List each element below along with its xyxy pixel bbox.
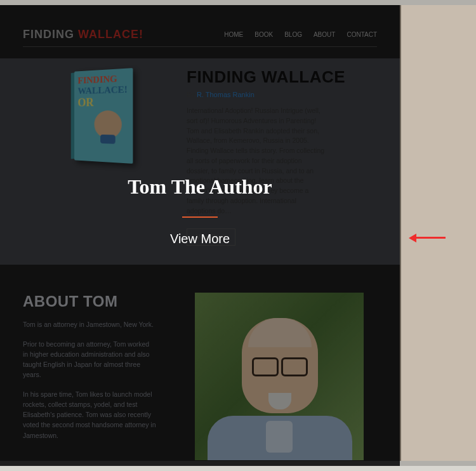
hero-title: FINDING WALLACE (187, 67, 377, 87)
bottom-strip (0, 466, 476, 471)
nav-book[interactable]: BOOK (255, 31, 273, 38)
book-cover: FINDING WALLACE! OR (74, 68, 133, 164)
view-book-button[interactable]: View Book (187, 229, 235, 246)
hero-section: FINDING WALLACE! OR FINDING WALLACE By R… (0, 58, 400, 265)
logo-part1: FINDING (23, 28, 74, 41)
logo-part2: WALLACE! (78, 28, 143, 41)
about-p3: In his spare time, Tom likes to launch m… (23, 389, 156, 441)
nav-about[interactable]: ABOUT (314, 31, 335, 38)
by-prefix: By (187, 91, 197, 98)
about-p1: Tom is an attorney in Jamestown, New Yor… (23, 319, 156, 329)
site-logo[interactable]: FINDING WALLACE! (23, 28, 143, 41)
nav-contact[interactable]: CONTACT (347, 31, 377, 38)
book-cover-line2: WALLACE! (77, 84, 129, 96)
about-section: ABOUT TOM Tom is an attorney in Jamestow… (0, 265, 400, 471)
book-cover-line3: OR (77, 96, 129, 108)
main-nav: HOME BOOK BLOG ABOUT CONTACT (224, 31, 377, 38)
about-title: ABOUT TOM (23, 293, 166, 310)
author-link[interactable]: R. Thomas Rankin (197, 91, 255, 98)
about-p2: Prior to becoming an attorney, Tom worke… (23, 339, 156, 380)
hero-book-image: FINDING WALLACE! OR (23, 58, 182, 246)
annotation-arrow-icon (406, 234, 447, 241)
book-cover-face-icon (94, 110, 121, 139)
header: FINDING WALLACE! HOME BOOK BLOG ABOUT CO… (23, 28, 377, 47)
background-strip (400, 5, 476, 461)
site-page: FINDING WALLACE! HOME BOOK BLOG ABOUT CO… (0, 5, 400, 466)
nav-home[interactable]: HOME (224, 31, 243, 38)
author-photo (195, 293, 364, 460)
nav-blog[interactable]: BLOG (284, 31, 302, 38)
glasses-icon (252, 357, 308, 373)
hero-description: International Adoption! Russian Intrigue… (187, 106, 326, 216)
book-cover-line1: FINDING (77, 74, 129, 86)
byline: By R. Thomas Rankin (187, 91, 377, 98)
